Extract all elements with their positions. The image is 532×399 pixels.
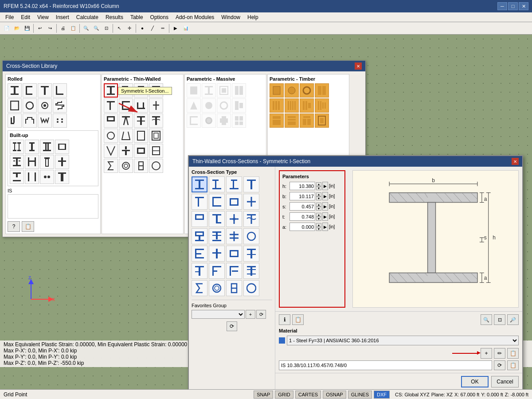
tw-type-2-3[interactable] xyxy=(226,194,242,210)
tw-type-2-4[interactable] xyxy=(243,194,259,210)
tw-type-t-bar[interactable] xyxy=(243,176,259,192)
tb-zoom-out[interactable]: 🔍 xyxy=(91,23,101,33)
shape-sym-i-selected[interactable] xyxy=(104,83,118,98)
minimize-button[interactable]: ─ xyxy=(497,2,507,10)
bu-built8[interactable] xyxy=(55,155,69,169)
tw-type-5-3[interactable] xyxy=(226,246,242,262)
status-cartes[interactable]: CARTES xyxy=(295,391,321,399)
param-h-input[interactable] xyxy=(289,182,315,190)
tw-type-2-2[interactable] xyxy=(209,194,225,210)
shape-timber-6[interactable] xyxy=(285,98,299,113)
tb-print[interactable]: 🖨 xyxy=(58,23,68,33)
param-a-arrow[interactable]: ▶ xyxy=(322,223,328,231)
tw-type-circle-hollow[interactable] xyxy=(209,280,225,296)
tw-dialog-close[interactable]: ✕ xyxy=(512,158,519,165)
shape-tw6-3[interactable] xyxy=(134,159,148,173)
shape-tw4-4[interactable] xyxy=(149,129,163,143)
param-b-arrow[interactable]: ▶ xyxy=(322,192,328,200)
shape-round-solid[interactable] xyxy=(38,98,52,113)
menu-help[interactable]: Help xyxy=(244,13,262,21)
info-btn[interactable]: ℹ xyxy=(279,314,290,325)
param-s-up[interactable]: ▲ xyxy=(316,203,321,207)
status-glines[interactable]: GLINES xyxy=(348,391,372,399)
param-s-input[interactable] xyxy=(289,202,315,211)
shape-tw3-2[interactable] xyxy=(119,113,133,128)
bu-double-i[interactable] xyxy=(10,140,24,154)
shape-timber-4[interactable] xyxy=(315,83,329,98)
param-a-down[interactable]: ▼ xyxy=(316,227,321,231)
bu-built7[interactable] xyxy=(40,155,54,169)
shape-misc[interactable] xyxy=(53,113,67,128)
tb-move[interactable]: ✛ xyxy=(125,23,134,33)
tb-member[interactable]: ═ xyxy=(158,23,168,33)
shape-i-wide-flange[interactable] xyxy=(8,83,22,98)
param-a-input[interactable] xyxy=(289,223,315,231)
tw-type-circle2[interactable] xyxy=(243,280,259,296)
bu-built6[interactable] xyxy=(25,155,39,169)
tw-type-3-1[interactable] xyxy=(192,211,207,227)
status-snap[interactable]: SNAP xyxy=(254,391,273,399)
tb-zoom-in[interactable]: 🔍 xyxy=(81,23,91,33)
param-h-arrow[interactable]: ▶ xyxy=(322,182,328,190)
tb-select[interactable]: ↖ xyxy=(114,23,124,33)
shape-tw2-4[interactable] xyxy=(149,98,163,113)
tw-type-5-2[interactable] xyxy=(209,246,225,262)
mat-new-btn[interactable]: + xyxy=(481,348,492,359)
tb-line[interactable]: ╱ xyxy=(148,23,157,33)
param-b-input[interactable] xyxy=(289,192,315,200)
fav-remove-btn[interactable]: ⟳ xyxy=(256,310,266,319)
tb-save[interactable]: 💾 xyxy=(22,23,32,33)
shape-timber-10[interactable] xyxy=(285,113,299,128)
shape-tw4-3[interactable] xyxy=(134,129,148,143)
shape-timber-8[interactable] xyxy=(315,98,329,113)
shape-round-hollow[interactable] xyxy=(23,98,37,113)
shape-tw2-2[interactable] xyxy=(119,98,133,113)
tw-type-sigma[interactable] xyxy=(192,280,207,296)
close-button[interactable]: ✕ xyxy=(519,2,528,10)
bu-built10[interactable] xyxy=(25,170,39,184)
tw-type-2-1[interactable] xyxy=(192,194,207,210)
tw-type-asym-i[interactable] xyxy=(209,176,225,192)
cs-library-close[interactable]: ✕ xyxy=(355,63,362,70)
ok-button[interactable]: OK xyxy=(461,376,489,387)
tw-type-6-2[interactable] xyxy=(209,263,225,279)
param-h-down[interactable]: ▼ xyxy=(316,186,321,190)
shape-timber-9[interactable] xyxy=(270,113,284,128)
shape-timber-5[interactable] xyxy=(270,98,284,113)
param-t-arrow[interactable]: ▶ xyxy=(322,212,328,221)
tw-type-3-3[interactable] xyxy=(226,211,242,227)
shape-tw5-4[interactable] xyxy=(149,144,163,158)
menu-edit[interactable]: Edit xyxy=(17,13,34,21)
param-t-input[interactable] xyxy=(289,212,315,221)
shape-tw3-1[interactable] xyxy=(104,113,118,128)
param-b-up[interactable]: ▲ xyxy=(316,192,321,196)
shape-tw3-4[interactable] xyxy=(149,113,163,128)
param-t-down[interactable]: ▼ xyxy=(316,217,321,221)
shape-j-channel[interactable] xyxy=(8,113,22,128)
menu-window[interactable]: Window xyxy=(218,13,244,21)
menu-results[interactable]: Results xyxy=(102,13,127,21)
tw-type-3-2[interactable] xyxy=(209,211,225,227)
tb-copy[interactable]: 📋 xyxy=(68,23,78,33)
tb-calculate[interactable]: ▶ xyxy=(171,23,180,33)
tw-type-top-hat[interactable] xyxy=(226,176,242,192)
tw-type-3-4[interactable] xyxy=(243,211,259,227)
menu-addon[interactable]: Add-on Modules xyxy=(172,13,218,21)
menu-file[interactable]: File xyxy=(2,13,17,21)
param-s-down[interactable]: ▼ xyxy=(316,207,321,211)
tb-redo[interactable]: ↪ xyxy=(45,23,55,33)
shape-timber-2[interactable] xyxy=(285,83,299,98)
shape-tw6-2[interactable] xyxy=(119,159,133,173)
tw-type-6-4[interactable] xyxy=(243,263,259,279)
tw-type-tri[interactable] xyxy=(226,280,242,296)
shape-timber-11[interactable] xyxy=(300,113,314,128)
tw-type-6-1[interactable] xyxy=(192,263,207,279)
tw-type-4-4[interactable] xyxy=(243,228,259,244)
param-t-up[interactable]: ▲ xyxy=(316,213,321,217)
shape-rect-hollow[interactable] xyxy=(8,98,22,113)
fav-refresh-btn[interactable]: ⟳ xyxy=(227,321,237,331)
tb-undo[interactable]: ↩ xyxy=(35,23,45,33)
bu-t-cap[interactable] xyxy=(55,170,69,184)
tw-type-4-1[interactable] xyxy=(192,228,207,244)
cancel-button[interactable]: Cancel xyxy=(491,376,519,387)
